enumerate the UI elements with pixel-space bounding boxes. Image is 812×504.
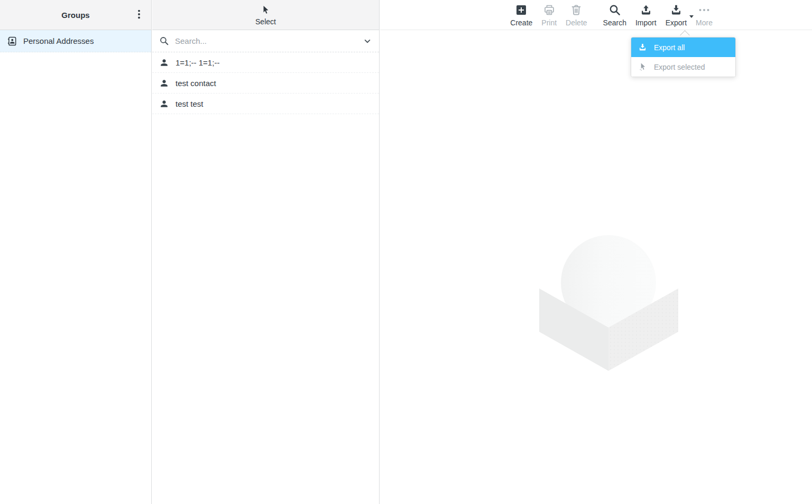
contact-list-item[interactable]: 1=1;-- 1=1;-- <box>152 52 379 73</box>
sidebar-item-label: Personal Addresses <box>23 36 94 45</box>
kebab-menu-icon <box>133 8 145 22</box>
search-icon <box>159 36 169 46</box>
upload-icon <box>640 4 652 18</box>
create-button-label: Create <box>510 18 532 27</box>
groups-options-button[interactable] <box>131 6 147 24</box>
export-dropdown-caret-icon[interactable] <box>689 15 694 18</box>
search-input[interactable] <box>175 36 357 45</box>
menu-item-export-all[interactable]: Export all <box>631 38 735 57</box>
groups-header: Groups <box>0 0 151 30</box>
search-icon <box>608 4 621 18</box>
menu-item-export-selected[interactable]: Export selected <box>631 57 735 77</box>
print-button-label: Print <box>541 18 557 27</box>
delete-button-label: Delete <box>566 18 587 27</box>
import-button[interactable]: Import <box>635 4 657 27</box>
export-button[interactable]: Export <box>666 4 687 27</box>
contact-name: 1=1;-- 1=1;-- <box>176 58 219 67</box>
search-options-toggle[interactable] <box>363 36 372 46</box>
download-icon <box>638 43 647 52</box>
menu-item-label: Export all <box>654 43 685 52</box>
person-icon <box>159 99 169 109</box>
select-button[interactable]: Select <box>255 4 276 26</box>
contact-name: test contact <box>176 79 216 88</box>
contact-list-item[interactable]: test test <box>152 94 379 114</box>
printer-icon <box>543 4 556 18</box>
contact-search-bar <box>152 30 379 52</box>
chevron-down-icon <box>363 36 372 46</box>
logo-watermark <box>539 234 678 371</box>
import-button-label: Import <box>635 18 657 27</box>
sidebar-item-personal-addresses[interactable]: Personal Addresses <box>0 30 151 52</box>
cursor-select-icon <box>261 4 271 17</box>
content-header: Create Print <box>380 0 812 30</box>
list-header: Select <box>152 0 379 30</box>
cursor-select-icon <box>638 62 647 72</box>
address-book-icon <box>7 36 17 46</box>
print-button[interactable]: Print <box>541 4 557 27</box>
person-icon <box>159 58 169 68</box>
search-button[interactable]: Search <box>603 4 626 27</box>
export-button-label: Export <box>666 18 687 27</box>
export-dropdown-menu: Export all Export selected <box>631 37 736 77</box>
search-button-label: Search <box>603 18 626 27</box>
content-pane: Create Print <box>380 0 812 504</box>
download-icon <box>670 4 682 18</box>
ellipsis-icon <box>698 4 710 18</box>
delete-button[interactable]: Delete <box>566 4 587 27</box>
contact-list-pane: Select <box>152 0 380 504</box>
groups-sidebar: Groups Personal Addresses <box>0 0 152 504</box>
addressbook-app: Groups Personal Addresses <box>0 0 812 504</box>
add-box-icon <box>515 4 528 18</box>
trash-icon <box>570 4 583 18</box>
contact-list-item[interactable]: test contact <box>152 73 379 94</box>
toolbar: Create Print <box>510 0 713 30</box>
select-button-label: Select <box>255 17 276 26</box>
more-button[interactable]: More <box>696 4 713 27</box>
more-button-label: More <box>696 18 713 27</box>
groups-title: Groups <box>61 11 89 20</box>
create-button[interactable]: Create <box>510 4 532 27</box>
contact-name: test test <box>176 99 204 108</box>
person-icon <box>159 78 169 88</box>
menu-item-label: Export selected <box>654 63 705 71</box>
